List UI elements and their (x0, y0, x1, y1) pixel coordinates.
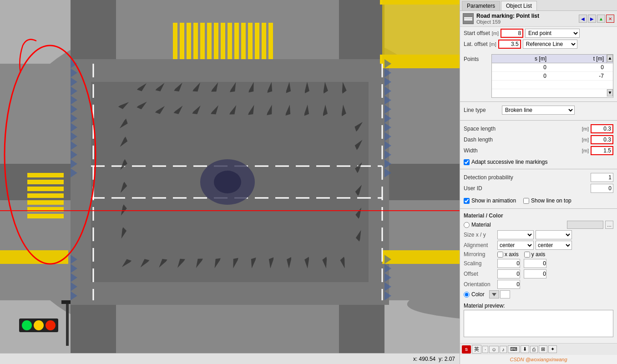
size-label: Size x / y (464, 232, 496, 238)
traffic-light (19, 318, 58, 332)
color-picker-arrow[interactable] (489, 290, 499, 298)
svg-rect-9 (27, 193, 64, 198)
svg-rect-22 (234, 23, 239, 59)
red-light (46, 320, 56, 330)
mirror-x-label: x axis (497, 251, 519, 258)
alignment-y-select[interactable]: center (536, 241, 572, 250)
width-row: Width [m] (464, 146, 613, 155)
adapt-checkbox[interactable] (464, 159, 470, 165)
user-id-input[interactable] (591, 184, 613, 193)
color-tools (489, 290, 510, 298)
adapt-checkbox-row: Adapt successive line markings (460, 159, 617, 165)
green-light (22, 320, 32, 330)
start-offset-section: Start offset [m] End point Start point L… (460, 27, 617, 52)
tab-parameters[interactable]: Parameters (462, 1, 500, 10)
show-animation-label: Show in animation (464, 197, 516, 204)
mirror-y-label: y axis (524, 251, 546, 258)
ime-logo: S (462, 345, 471, 354)
points-row-0-t: 0 (549, 63, 607, 71)
color-radio-row: Color (464, 290, 613, 298)
ime-english-btn[interactable]: 英 (472, 345, 481, 354)
line-type-row: Line type Broken line Solid line Dashed … (464, 106, 613, 115)
show-line-on-top-label: Show line on top (523, 197, 571, 204)
mirror-x-checkbox[interactable] (497, 252, 503, 258)
points-label: Points (464, 54, 489, 62)
map-canvas[interactable]: x: 490.54 y: 2.07 (0, 0, 460, 364)
detection-probability-input[interactable] (591, 173, 613, 182)
close-button[interactable]: ✕ (606, 15, 614, 23)
ime-dot-btn[interactable]: · (482, 346, 488, 353)
line-type-label: Line type (464, 107, 500, 113)
ime-keyboard-btn[interactable]: ⌨ (508, 345, 520, 353)
ime-voice-btn[interactable]: ♪ (500, 346, 507, 353)
line-type-section: Line type Broken line Solid line Dashed … (460, 104, 617, 118)
scaling-y-input[interactable] (524, 259, 546, 268)
svg-point-89 (214, 171, 241, 193)
orientation-label: Orientation (464, 281, 496, 288)
orientation-input[interactable] (497, 280, 520, 289)
points-row-2-s (492, 81, 549, 89)
space-length-input[interactable] (591, 124, 613, 133)
points-row-1-s: 0 (492, 72, 549, 80)
svg-rect-20 (221, 23, 225, 59)
nav-back-button[interactable]: ◀ (579, 15, 587, 23)
svg-rect-91 (61, 300, 71, 304)
material-radio-label: Material (471, 222, 491, 228)
detection-section: Detection probability User ID (460, 171, 617, 197)
offset-label: Offset (464, 271, 496, 277)
detection-probability-row: Detection probability (464, 173, 613, 182)
object-icon (463, 13, 474, 24)
ime-settings-btn[interactable]: ✦ (548, 345, 557, 353)
scroll-up-btn[interactable]: ▲ (607, 55, 613, 62)
lat-offset-select[interactable]: Reference Line Left edge Right edge (523, 40, 577, 49)
size-y-select[interactable] (536, 230, 572, 239)
width-input[interactable] (591, 146, 613, 155)
color-radio-btn[interactable] (464, 292, 470, 298)
svg-rect-27 (268, 23, 273, 59)
y-coord-label: y: (439, 356, 443, 362)
material-browse-button[interactable]: … (605, 221, 613, 229)
ime-print-btn[interactable]: ⎙ (530, 346, 538, 353)
line-type-select[interactable]: Broken line Solid line Dashed line (502, 106, 575, 115)
size-x-select[interactable] (497, 230, 534, 239)
color-swatch[interactable] (500, 290, 510, 298)
mirroring-row: Mirroring x axis y axis (464, 251, 613, 258)
ime-apps-btn[interactable]: ⊞ (539, 345, 547, 353)
scaling-x-input[interactable] (497, 259, 520, 268)
scroll-down-btn[interactable]: ▼ (607, 89, 613, 96)
scaling-row: Scaling (464, 259, 613, 268)
show-animation-checkbox[interactable] (464, 198, 470, 204)
scaling-label: Scaling (464, 260, 496, 267)
nav-forward-button[interactable]: ▶ (588, 15, 596, 23)
header-icons: ◀ ▶ ▲ ✕ (579, 15, 614, 23)
y-coord-value: 2.07 (445, 356, 455, 362)
ime-emoji-btn[interactable]: ☺ (489, 346, 499, 353)
space-length-unit: [m] (582, 126, 589, 131)
nav-up-button[interactable]: ▲ (597, 15, 605, 23)
material-radio-btn[interactable] (464, 222, 470, 228)
orientation-row: Orientation (464, 280, 613, 289)
offset-x-input[interactable] (497, 269, 520, 278)
material-preview-label: Material preview: (460, 302, 617, 310)
svg-rect-16 (193, 23, 198, 59)
offset-y-input[interactable] (524, 269, 546, 278)
svg-rect-10 (27, 200, 64, 205)
svg-rect-96 (464, 19, 472, 20)
start-offset-row: Start offset [m] End point Start point (464, 29, 613, 38)
start-offset-unit: [m] (492, 30, 499, 36)
space-length-label: Space length (464, 126, 580, 132)
width-label: Width (464, 147, 580, 154)
material-preview-area (464, 310, 613, 337)
tab-object-list[interactable]: Object List (501, 1, 537, 10)
mirror-y-checkbox[interactable] (524, 252, 530, 258)
show-line-on-top-checkbox[interactable] (523, 198, 529, 204)
start-offset-label: Start offset (464, 30, 490, 36)
start-offset-select[interactable]: End point Start point (525, 29, 580, 38)
start-offset-input[interactable] (501, 29, 523, 38)
alignment-x-select[interactable]: center (497, 241, 534, 250)
dash-length-input[interactable] (591, 135, 613, 144)
points-row-2-t (549, 81, 607, 89)
svg-rect-23 (241, 23, 246, 59)
ime-download-btn[interactable]: ⬇ (521, 345, 529, 353)
lat-offset-input[interactable] (498, 40, 521, 49)
